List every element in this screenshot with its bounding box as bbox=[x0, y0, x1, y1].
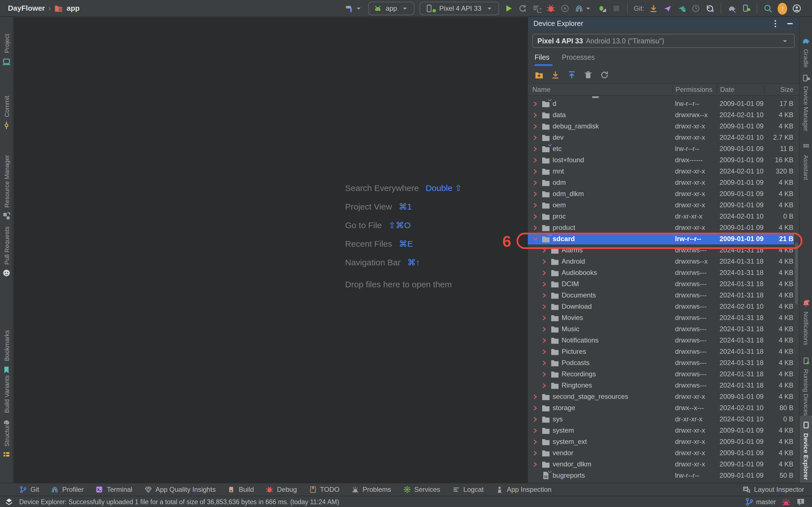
file-row-system_ext[interactable]: system_extdrwxr-xr-x2009-01-01 09:004 KB bbox=[528, 436, 799, 447]
expand-chevron-icon[interactable] bbox=[531, 213, 539, 219]
tool-window-button-app-inspection[interactable]: App Inspection bbox=[495, 486, 552, 494]
tool-stripe-item-gradle[interactable]: Gradle bbox=[800, 36, 812, 68]
file-row-proc[interactable]: procdr-xr-xr-x2024-02-01 10:240 B bbox=[528, 211, 799, 222]
tool-window-button-git[interactable]: Git bbox=[19, 486, 39, 494]
tool-stripe-item-device-explorer[interactable]: Device Explorer bbox=[800, 416, 812, 485]
tool-stripe-item-running-devices[interactable]: Running Devices bbox=[800, 356, 812, 416]
profile-button[interactable] bbox=[560, 4, 569, 13]
git-push-protected-button[interactable] bbox=[677, 4, 687, 13]
file-row-Android[interactable]: Androiddrwxrws--x2024-01-31 18:594 KB bbox=[528, 256, 799, 267]
run-button[interactable] bbox=[504, 4, 513, 13]
apply-code-changes-button[interactable] bbox=[532, 4, 541, 13]
tab-processes[interactable]: Processes bbox=[562, 54, 595, 66]
tool-window-button-todo[interactable]: TODO bbox=[309, 486, 340, 494]
expand-chevron-icon[interactable] bbox=[531, 101, 539, 107]
project-name[interactable]: DayFlower bbox=[8, 4, 45, 12]
expand-chevron-icon[interactable] bbox=[531, 157, 539, 163]
file-row-Notifications[interactable]: Notificationsdrwxrws---2024-01-31 18:594… bbox=[528, 335, 799, 346]
search-everywhere-button[interactable] bbox=[764, 4, 773, 13]
delete-button[interactable] bbox=[583, 70, 593, 79]
tool-stripe-item-bookmarks[interactable]: Bookmarks bbox=[0, 330, 13, 374]
expand-chevron-icon[interactable] bbox=[540, 258, 548, 265]
expand-chevron-icon[interactable] bbox=[531, 191, 539, 197]
file-row-debug_ramdisk[interactable]: debug_ramdiskdrwxr-xr-x2009-01-01 09:004… bbox=[528, 121, 799, 132]
file-row-odm_dlkm[interactable]: odm_dlkmdrwxr-xr-x2009-01-01 09:004 KB bbox=[528, 188, 799, 200]
refresh-button[interactable] bbox=[600, 70, 609, 79]
tool-stripe-item-notifications[interactable]: Notifications bbox=[800, 298, 812, 345]
tool-stripe-item-project[interactable]: Project bbox=[0, 34, 13, 66]
device-selector[interactable]: Pixel 4 API 33 Android 13.0 ("Tiramisu") bbox=[532, 34, 795, 48]
expand-chevron-icon[interactable] bbox=[531, 450, 539, 456]
file-row-vendor[interactable]: vendordrwxr-xr-x2009-01-01 09:004 KB bbox=[528, 447, 799, 459]
tool-stripe-item-assistant[interactable]: Assistant bbox=[800, 142, 812, 180]
file-row-Podcasts[interactable]: Podcastsdrwxrws---2024-01-31 18:594 KB bbox=[528, 357, 799, 369]
file-row-second_stage_resources[interactable]: second_stage_resourcesdrwxr-xr-x2009-01-… bbox=[528, 391, 799, 402]
expand-chevron-icon[interactable] bbox=[531, 393, 539, 400]
file-row-Ringtones[interactable]: Ringtonesdrwxrws---2024-01-31 18:594 KB bbox=[528, 380, 799, 391]
tool-stripe-item-device-manager[interactable]: Device Manager bbox=[800, 73, 812, 131]
profile-avatar-button[interactable] bbox=[793, 4, 802, 13]
panel-options-icon[interactable] bbox=[771, 19, 780, 28]
apply-changes-button[interactable]: A bbox=[518, 4, 527, 13]
breadcrumb[interactable]: DayFlower › app bbox=[0, 4, 80, 13]
expand-chevron-icon[interactable] bbox=[540, 360, 548, 366]
profiler-button[interactable] bbox=[574, 4, 593, 13]
column-header-permissions[interactable]: Permissions bbox=[672, 86, 717, 94]
file-row-lost+found[interactable]: lost+founddrwx------2009-01-01 09:0016 K… bbox=[528, 154, 799, 166]
tool-window-button-layout-inspector[interactable]: Layout Inspector bbox=[743, 486, 812, 494]
sync-devices-button[interactable] bbox=[742, 4, 751, 13]
file-row-vendor_dlkm[interactable]: vendor_dlkmdrwxr-xr-x2009-01-01 09:004 K… bbox=[528, 459, 799, 470]
layers-icon[interactable] bbox=[4, 497, 13, 506]
download-file-button[interactable] bbox=[551, 70, 560, 79]
file-row-product[interactable]: productdrwxr-xr-x2009-01-01 09:004 KB bbox=[528, 222, 799, 233]
file-row-Audiobooks[interactable]: Audiobooksdrwxrws---2024-01-31 18:594 KB bbox=[528, 267, 799, 278]
file-row-etc[interactable]: etclrw-r--r--2009-01-01 09:0011 B bbox=[528, 143, 799, 154]
expand-chevron-icon[interactable] bbox=[531, 123, 539, 129]
git-update-button[interactable] bbox=[649, 4, 658, 13]
git-push-button[interactable] bbox=[663, 4, 672, 13]
target-device-selector[interactable]: Pixel 4 API 33 bbox=[419, 2, 499, 15]
attach-debugger-button[interactable] bbox=[598, 4, 607, 13]
gradle-sync-button[interactable] bbox=[728, 4, 737, 13]
expand-chevron-icon[interactable] bbox=[540, 337, 548, 343]
history-button[interactable] bbox=[692, 4, 701, 13]
expand-chevron-icon[interactable] bbox=[531, 146, 539, 152]
panel-minimize-icon[interactable] bbox=[785, 19, 795, 28]
tool-window-button-problems[interactable]: Problems bbox=[351, 486, 391, 494]
expand-chevron-icon[interactable] bbox=[531, 202, 539, 208]
stop-button[interactable] bbox=[612, 4, 621, 13]
file-row-DCIM[interactable]: DCIMdrwxrws---2024-01-31 18:594 KB bbox=[528, 278, 799, 290]
expand-chevron-icon[interactable] bbox=[531, 405, 539, 411]
file-row-Movies[interactable]: Moviesdrwxrws---2024-01-31 18:594 KB bbox=[528, 312, 799, 323]
expand-chevron-icon[interactable] bbox=[531, 439, 539, 445]
file-row-sdcard[interactable]: sdcardlrw-r--r--2009-01-01 09:0021 B bbox=[528, 233, 799, 244]
rollback-button[interactable] bbox=[706, 4, 715, 13]
tool-window-button-logcat[interactable]: Logcat bbox=[452, 486, 484, 494]
expand-chevron-icon[interactable] bbox=[540, 382, 548, 388]
file-row-storage[interactable]: storagedrwx--x---2024-02-01 10:2480 B bbox=[528, 402, 799, 413]
column-header-name[interactable]: Name bbox=[528, 86, 672, 94]
file-row-bugreports[interactable]: bugreportslrw-r--r--2009-01-01 09:0050 B bbox=[528, 470, 799, 481]
collapse-chevron-icon[interactable] bbox=[531, 236, 539, 242]
tool-window-button-terminal[interactable]: Terminal bbox=[96, 486, 133, 494]
column-header-size[interactable]: Size bbox=[764, 86, 799, 94]
expand-chevron-icon[interactable] bbox=[531, 179, 539, 186]
file-row-mnt[interactable]: mntdrwxr-xr-x2024-02-01 10:24320 B bbox=[528, 166, 799, 177]
file-row-d[interactable]: dlrw-r--r--2009-01-01 09:0017 B bbox=[528, 98, 799, 109]
file-row-oem[interactable]: oemdrwxr-xr-x2009-01-01 09:004 KB bbox=[528, 200, 799, 211]
expand-chevron-icon[interactable] bbox=[540, 303, 548, 309]
expand-chevron-icon[interactable] bbox=[531, 168, 539, 174]
debug-button[interactable] bbox=[546, 4, 555, 13]
file-row-Alarms[interactable]: Alarmsdrwxrws---2024-01-31 18:594 KB bbox=[528, 244, 799, 256]
tool-stripe-item-build-variants[interactable]: Build Variants bbox=[0, 375, 13, 426]
tool-stripe-item-resource-manager[interactable]: Resource Manager bbox=[0, 155, 13, 221]
expand-chevron-icon[interactable] bbox=[540, 348, 548, 355]
file-row-system[interactable]: systemdrwxr-xr-x2009-01-01 09:004 KB bbox=[528, 425, 799, 436]
file-row-odm[interactable]: odmdrwxr-xr-x2009-01-01 09:004 KB bbox=[528, 177, 799, 188]
expand-chevron-icon[interactable] bbox=[531, 416, 539, 422]
module-name[interactable]: app bbox=[66, 4, 80, 12]
file-row-Download[interactable]: Downloaddrwxrws---2024-02-01 10:214 KB bbox=[528, 301, 799, 312]
file-row-Recordings[interactable]: Recordingsdrwxrws---2024-01-31 18:594 KB bbox=[528, 369, 799, 380]
tool-window-button-app-quality-insights[interactable]: App Quality Insights bbox=[144, 486, 215, 494]
expand-chevron-icon[interactable] bbox=[531, 134, 539, 140]
